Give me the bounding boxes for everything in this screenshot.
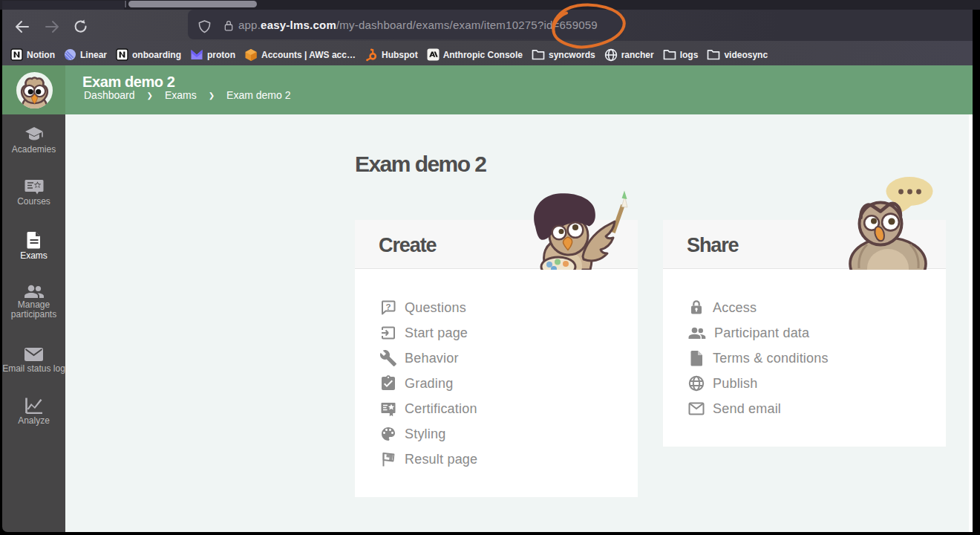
svg-text:?: ? [385, 302, 391, 311]
